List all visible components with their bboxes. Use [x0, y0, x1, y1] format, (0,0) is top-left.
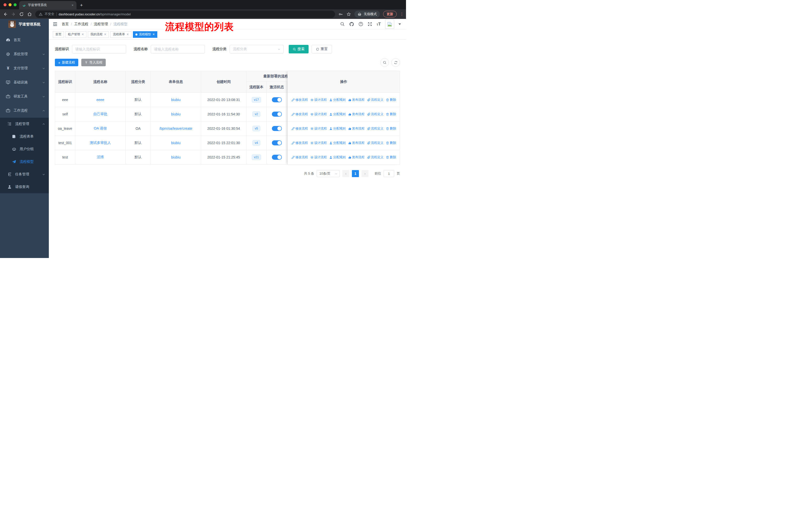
active-toggle[interactable]	[272, 155, 282, 160]
action-publish-link[interactable]: 发布流程	[348, 155, 365, 160]
tag-tenant[interactable]: 租户管理✕	[65, 31, 86, 38]
sidebar-item-payment[interactable]: ¥ 支付管理	[0, 61, 49, 75]
sidebar-item-workflow[interactable]: 工作流程	[0, 104, 49, 118]
tag-process-model[interactable]: 流程模型✕	[133, 31, 157, 38]
action-edit-link[interactable]: 修改流程	[291, 141, 308, 145]
refresh-table-button[interactable]	[392, 58, 400, 67]
action-design-link[interactable]: 设计流程	[310, 141, 327, 145]
action-publish-link[interactable]: 发布流程	[348, 98, 365, 102]
action-edit-link[interactable]: 修改流程	[291, 112, 308, 116]
sidebar-item-task-management[interactable]: 任务管理	[0, 168, 49, 181]
url-text[interactable]: dashboard.yudao.iocoder.cn/bpm/manager/m…	[59, 12, 130, 16]
action-publish-link[interactable]: 发布流程	[348, 141, 365, 145]
form-link[interactable]: biubiu	[171, 112, 180, 116]
passwords-key-icon[interactable]	[338, 12, 343, 17]
sidebar-item-home[interactable]: 首页	[0, 33, 49, 47]
close-window-button[interactable]	[3, 3, 6, 6]
action-design-link[interactable]: 设计流程	[310, 155, 327, 160]
help-icon[interactable]	[358, 22, 363, 26]
back-button[interactable]	[3, 12, 8, 17]
process-name-link[interactable]: 自己审批	[93, 112, 108, 116]
sidebar-item-user-group[interactable]: 用户分组	[0, 143, 49, 156]
tab-close-icon[interactable]: ×	[71, 3, 74, 7]
action-design-link[interactable]: 设计流程	[310, 98, 327, 102]
action-delete-link[interactable]: 删除	[386, 127, 396, 131]
chevron-down-icon[interactable]	[399, 23, 401, 25]
action-delete-link[interactable]: 删除	[386, 112, 396, 116]
action-edit-link[interactable]: 修改流程	[291, 155, 308, 160]
window-controls[interactable]	[3, 3, 17, 6]
form-link[interactable]: biubiu	[171, 141, 180, 145]
bookmark-star-icon[interactable]	[346, 12, 351, 17]
process-name-link[interactable]: 测试多审批人	[90, 141, 111, 145]
close-icon[interactable]: ✕	[152, 33, 155, 36]
form-link[interactable]: /bpm/oa/leave/create	[159, 127, 192, 131]
page-size-select[interactable]: 10条/页	[317, 170, 340, 177]
incognito-chip[interactable]: 无痕模式	[354, 10, 380, 18]
prev-page-button[interactable]: ‹	[342, 170, 349, 177]
next-page-button[interactable]: ›	[361, 170, 369, 177]
action-definition-link[interactable]: 流程定义	[367, 112, 384, 116]
reset-button[interactable]: 重置	[312, 45, 332, 53]
active-toggle[interactable]	[272, 97, 282, 102]
action-definition-link[interactable]: 流程定义	[367, 141, 384, 145]
sidebar-item-infrastructure[interactable]: 基础设施	[0, 75, 49, 89]
close-icon[interactable]: ✕	[104, 33, 106, 36]
process-name-link[interactable]: OA 请假	[94, 126, 107, 130]
search-icon[interactable]	[340, 22, 345, 26]
show-search-button[interactable]	[380, 58, 389, 67]
github-icon[interactable]	[349, 22, 354, 27]
browser-tab[interactable]: 芋道管理系统 ×	[19, 1, 77, 9]
breadcrumb-workflow[interactable]: 工作流程	[74, 22, 88, 26]
minimize-window-button[interactable]	[8, 3, 11, 6]
sidebar-item-system[interactable]: 系统管理	[0, 47, 49, 61]
goto-page-input[interactable]	[384, 170, 394, 177]
action-publish-link[interactable]: 发布流程	[348, 112, 365, 116]
action-publish-link[interactable]: 发布流程	[348, 127, 365, 131]
avatar[interactable]	[385, 20, 394, 29]
sidebar-item-process-management[interactable]: 流程管理	[0, 118, 49, 130]
breadcrumb-home[interactable]: 首页	[62, 22, 69, 26]
maximize-window-button[interactable]	[13, 3, 17, 6]
import-process-button[interactable]: 导入流程	[81, 59, 106, 66]
browser-menu-icon[interactable]: ⋮	[400, 12, 403, 17]
security-label[interactable]: 不安全	[45, 12, 54, 17]
action-design-link[interactable]: 设计流程	[310, 127, 327, 131]
process-name-input[interactable]	[151, 45, 205, 53]
home-button[interactable]	[27, 12, 32, 17]
process-id-input[interactable]	[72, 45, 126, 53]
action-definition-link[interactable]: 流程定义	[367, 127, 384, 131]
sidebar-item-devtools[interactable]: 研发工具	[0, 89, 49, 104]
action-assign-link[interactable]: 分配规则	[329, 98, 346, 102]
new-tab-button[interactable]: +	[80, 3, 83, 7]
tag-my-process[interactable]: 我的流程✕	[88, 31, 109, 38]
page-1-button[interactable]: 1	[352, 170, 359, 177]
close-icon[interactable]: ✕	[126, 33, 128, 36]
sidebar-collapse-icon[interactable]	[53, 22, 58, 27]
font-size-icon[interactable]: TT	[377, 22, 381, 26]
action-delete-link[interactable]: 删除	[386, 98, 396, 102]
active-toggle[interactable]	[272, 140, 282, 145]
reload-button[interactable]	[19, 12, 24, 17]
forward-button[interactable]	[11, 12, 16, 17]
tag-process-form[interactable]: 流程表单✕	[110, 31, 131, 38]
sidebar-item-process-form[interactable]: 流程表单	[0, 130, 49, 143]
action-definition-link[interactable]: 流程定义	[367, 98, 384, 102]
fullscreen-icon[interactable]	[368, 22, 372, 26]
sidebar-item-leave-query[interactable]: 请假查询	[0, 181, 49, 193]
active-toggle[interactable]	[272, 126, 282, 131]
update-button[interactable]: 更新	[383, 11, 397, 18]
search-button[interactable]: 搜索	[289, 45, 309, 53]
category-select[interactable]: 流程分类	[230, 45, 284, 53]
app-logo[interactable]: 芋道管理系统	[0, 19, 49, 29]
action-edit-link[interactable]: 修改流程	[291, 98, 308, 102]
action-assign-link[interactable]: 分配规则	[329, 112, 346, 116]
process-name-link[interactable]: 滔博	[97, 155, 104, 159]
sidebar-item-process-model[interactable]: 流程模型	[0, 156, 49, 168]
action-delete-link[interactable]: 删除	[386, 155, 396, 160]
action-design-link[interactable]: 设计流程	[310, 112, 327, 116]
form-link[interactable]: biubiu	[171, 98, 180, 102]
form-link[interactable]: biubiu	[171, 155, 180, 159]
action-assign-link[interactable]: 分配规则	[329, 155, 346, 160]
action-assign-link[interactable]: 分配规则	[329, 127, 346, 131]
